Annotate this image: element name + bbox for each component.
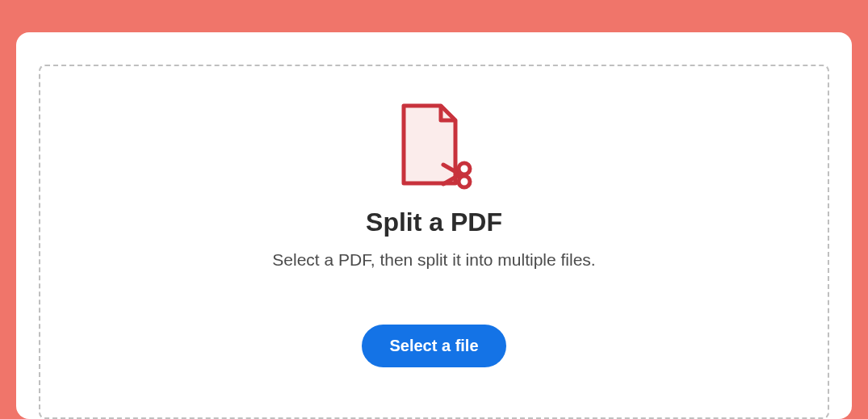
- svg-point-4: [455, 173, 459, 176]
- page-title: Split a PDF: [366, 207, 502, 237]
- select-file-button[interactable]: Select a file: [362, 325, 505, 367]
- split-pdf-icon: [396, 103, 472, 191]
- svg-point-3: [459, 176, 470, 187]
- upload-card: Split a PDF Select a PDF, then split it …: [16, 32, 852, 419]
- svg-point-2: [459, 163, 470, 174]
- file-dropzone[interactable]: Split a PDF Select a PDF, then split it …: [39, 65, 829, 419]
- page-subtitle: Select a PDF, then split it into multipl…: [272, 250, 595, 270]
